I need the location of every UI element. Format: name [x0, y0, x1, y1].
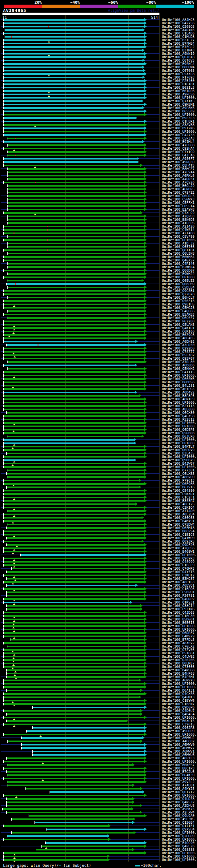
arrowhead: [144, 62, 147, 65]
start-tick: [11, 567, 12, 570]
arrowhead: [134, 831, 136, 834]
arrowhead: [140, 709, 143, 712]
start-tick: [3, 86, 4, 89]
arrowhead: [144, 309, 147, 313]
subject-line: [134, 809, 160, 809]
alignment-bar: [7, 595, 144, 596]
alignment-bar: [8, 266, 144, 268]
alignment-bar: [4, 703, 144, 705]
arrowhead: [144, 428, 147, 431]
alignment-bar: [4, 100, 141, 102]
start-tick: [3, 432, 4, 434]
start-tick: [3, 462, 4, 465]
alignment-bar: [4, 94, 144, 95]
start-tick: [3, 52, 4, 55]
start-tick: [3, 100, 4, 102]
alignment-bar: [4, 249, 144, 251]
alignment-bar: [4, 480, 139, 481]
start-tick: [3, 93, 4, 96]
arrowhead: [144, 25, 147, 28]
start-tick: [6, 544, 7, 546]
start-tick: [6, 577, 7, 580]
key-percent-label: ~80%: [146, 0, 156, 4]
start-tick: [7, 171, 8, 174]
alignment-bar: [27, 731, 144, 732]
query-gap-marker: [13, 861, 16, 862]
start-tick: [7, 296, 8, 299]
arrowhead: [144, 235, 147, 238]
alignment-bar: [7, 510, 144, 512]
alignment-bar: [4, 503, 135, 505]
alignment-bar: [4, 541, 141, 542]
alignment-bar: [33, 727, 144, 728]
alignment-bar: [7, 524, 144, 525]
arrowhead: [144, 96, 147, 99]
arrowhead: [144, 652, 147, 655]
start-tick: [21, 747, 22, 749]
subject-line: [143, 788, 160, 789]
arrowhead: [144, 120, 147, 123]
arrowhead: [144, 452, 147, 455]
arrowhead: [144, 614, 147, 617]
start-tick: [3, 106, 4, 109]
start-tick: [3, 489, 4, 492]
arrowhead: [144, 167, 147, 170]
arrowhead: [132, 784, 135, 787]
arrowhead: [144, 828, 147, 831]
subject-line: [135, 849, 160, 850]
start-tick: [3, 303, 4, 306]
start-tick: [3, 313, 4, 316]
arrowhead: [144, 597, 147, 600]
alignment-bar: [4, 381, 144, 383]
start-tick: [7, 195, 8, 197]
arrowhead: [144, 577, 147, 580]
arrowhead: [144, 55, 147, 59]
alignment-bar: [4, 358, 144, 359]
start-tick: [3, 323, 4, 326]
arrowhead: [144, 475, 147, 478]
alignment-bar: [8, 151, 144, 153]
alignment-bar: [8, 273, 144, 275]
alignment-bar: [4, 432, 144, 434]
subject-line: [110, 856, 160, 857]
arrowhead: [126, 719, 128, 722]
alignment-bar: [4, 90, 144, 92]
alignment-bar: [36, 849, 132, 850]
arrowhead: [144, 177, 147, 180]
alignment-bar: [4, 327, 144, 329]
alignment-bar: [4, 270, 144, 271]
query-ruler: [2, 12, 159, 15]
alignment-bar: [4, 46, 144, 48]
alignment-bar: [7, 670, 144, 671]
alignment-bar: [4, 619, 144, 620]
subject-line: [139, 158, 160, 159]
hit-label[interactable]: UniRef100_UPI000..: [162, 858, 197, 862]
arrowhead: [144, 83, 147, 86]
arrowhead: [144, 509, 147, 513]
start-tick: [3, 269, 4, 272]
arrowhead: [144, 669, 147, 672]
start-tick: [3, 415, 4, 417]
start-tick: [3, 134, 4, 136]
alignment-overview: 20%~40%~60%~80%~100% AV394965 AlignView.…: [0, 0, 197, 868]
alignment-bar: [7, 155, 144, 156]
alignment-bar: [4, 371, 144, 373]
start-tick: [7, 188, 8, 191]
start-tick: [2, 808, 3, 810]
alignment-bar: [4, 259, 144, 261]
alignment-bar: [4, 575, 144, 576]
arrowhead: [144, 191, 147, 194]
start-tick: [6, 804, 7, 807]
alignment-bar: [4, 449, 144, 451]
start-tick: [46, 828, 46, 831]
arrowhead: [144, 245, 147, 248]
start-tick: [5, 29, 5, 31]
start-tick: [7, 469, 7, 472]
alignment-row[interactable]: UniRef100_UPI000..: [0, 858, 197, 862]
arrowhead: [144, 492, 147, 495]
alignment-bar: [4, 419, 144, 420]
start-tick: [6, 676, 7, 678]
alignment-bar: [4, 60, 142, 61]
subject-gap-marker: [47, 226, 48, 227]
alignment-bar: [8, 178, 144, 180]
